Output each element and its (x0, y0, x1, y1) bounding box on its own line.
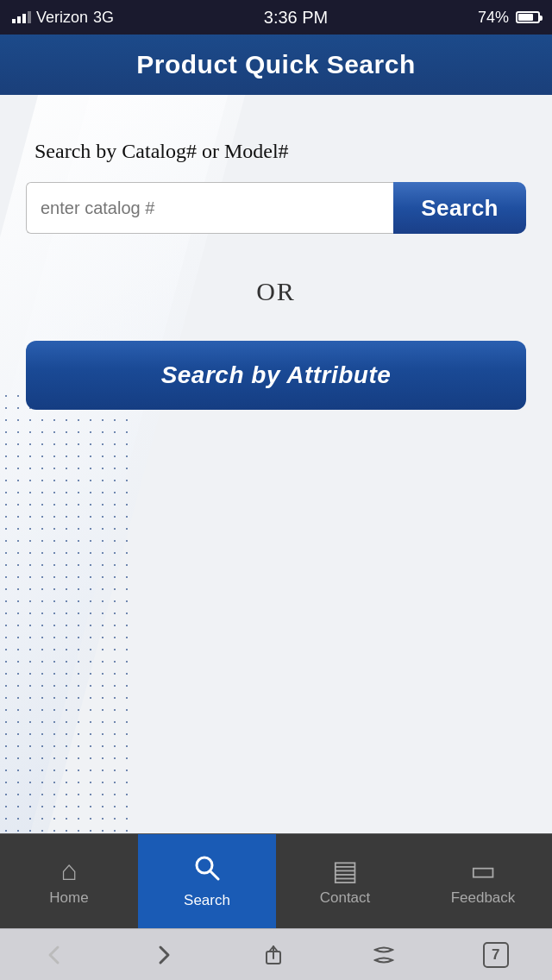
contact-icon: ▤ (332, 857, 358, 884)
share-button[interactable] (261, 943, 285, 967)
tab-home-label: Home (49, 889, 88, 907)
home-icon: ⌂ (60, 857, 77, 884)
tab-search[interactable]: Search (138, 834, 276, 928)
battery-icon (516, 11, 540, 23)
tab-bar: ⌂ Home Search ▤ Contact ▭ Feedback (0, 833, 552, 928)
search-description-label: Search by Catalog# or Model# (26, 138, 526, 165)
catalog-input[interactable] (26, 182, 393, 234)
main-content: Search by Catalog# or Model# Search OR S… (0, 95, 552, 833)
browser-nav-bar: 7 (0, 928, 552, 980)
signal-icon (12, 11, 31, 23)
forward-button[interactable] (153, 944, 175, 966)
app-header: Product Quick Search (0, 35, 552, 95)
tabs-button[interactable]: 7 (483, 942, 509, 968)
catalog-search-row: Search (26, 182, 526, 234)
content-area: Search by Catalog# or Model# Search OR S… (0, 95, 552, 436)
tab-feedback-label: Feedback (451, 889, 516, 907)
page-title: Product Quick Search (136, 50, 415, 79)
bookmarks-button[interactable] (372, 943, 396, 967)
tab-home[interactable]: ⌂ Home (0, 834, 138, 928)
attribute-search-button[interactable]: Search by Attribute (26, 341, 526, 410)
svg-line-1 (210, 871, 218, 879)
tab-count: 7 (492, 946, 499, 964)
feedback-icon: ▭ (470, 857, 496, 884)
time-display: 3:36 PM (264, 8, 328, 28)
battery-percent: 74% (478, 9, 509, 27)
search-icon (192, 853, 222, 887)
search-button[interactable]: Search (393, 182, 526, 234)
network-type: 3G (93, 9, 114, 27)
battery-area: 74% (478, 9, 540, 27)
status-bar: Verizon 3G 3:36 PM 74% (0, 0, 552, 35)
tab-contact[interactable]: ▤ Contact (276, 834, 414, 928)
tab-count-badge: 7 (483, 942, 509, 968)
tab-search-label: Search (184, 892, 230, 909)
tab-feedback[interactable]: ▭ Feedback (414, 834, 552, 928)
back-button[interactable] (43, 944, 66, 966)
carrier-label: Verizon (36, 9, 88, 27)
tab-contact-label: Contact (320, 889, 371, 907)
or-divider: OR (26, 277, 526, 306)
carrier-info: Verizon 3G (12, 9, 114, 27)
